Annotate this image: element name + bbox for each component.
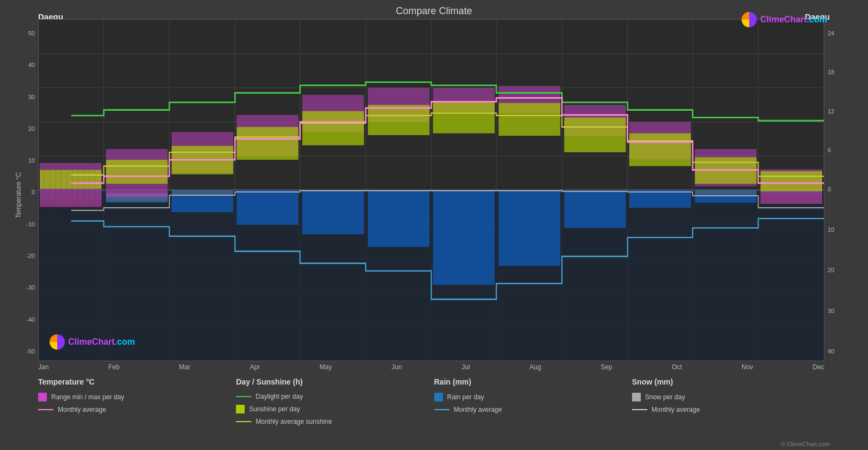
y-axis-right: 24 18 12 6 0 10 20 30 40 Day / Sunshine … [824, 19, 863, 371]
legend-label-temp-range: Range min / max per day [51, 393, 124, 401]
logo-text-top: ClimeChart.com [760, 15, 827, 25]
logo-top: ClimeChart.com [742, 12, 827, 27]
legend-label-sunshine: Sunshine per day [249, 405, 300, 413]
legend-title-temperature: Temperature °C [38, 377, 236, 386]
x-month-aug: Aug [530, 363, 541, 371]
legend-label-rain-monthly: Monthly average [454, 406, 502, 413]
legend-line-snow-monthly [632, 409, 647, 410]
y-tick: 0 [32, 189, 35, 195]
legend-area: Temperature °C Range min / max per day M… [0, 371, 868, 450]
x-month-sep: Sep [600, 363, 612, 371]
legend-item-temp-monthly: Monthly average [38, 406, 236, 413]
legend-item-snow-monthly: Monthly average [632, 406, 830, 413]
legend-item-daylight: Daylight per day [236, 393, 434, 400]
legend-item-rain: Rain per day [434, 393, 632, 401]
x-month-apr: Apr [250, 363, 260, 371]
y-tick: 50 [28, 30, 35, 37]
x-month-jul: Jul [462, 363, 470, 371]
legend-swatch-snow [632, 393, 641, 401]
logo-text-bottom: ClimeChart.com [68, 337, 135, 347]
chart-inner: ClimeChart.com [38, 19, 824, 361]
y-right-tick: 18 [828, 69, 834, 75]
chart-title: Compare Climate [0, 0, 868, 19]
logo-circle-icon-bottom [50, 334, 65, 350]
legend-label-rain: Rain per day [447, 393, 484, 401]
svg-rect-30 [433, 190, 495, 285]
legend-title-snow: Snow (mm) [632, 377, 830, 386]
svg-rect-31 [499, 190, 560, 266]
x-axis-container: ClimeChart.com Jan Feb Mar Apr May Jun J… [38, 19, 824, 371]
legend-swatch-rain [434, 393, 443, 401]
y-tick: 40 [28, 62, 35, 68]
chart-svg [39, 20, 824, 361]
y-right-tick: 12 [828, 108, 834, 115]
svg-rect-39 [695, 190, 756, 195]
legend-label-daylight: Daylight per day [256, 393, 303, 400]
svg-rect-56 [40, 170, 101, 189]
y-tick: 30 [28, 94, 35, 100]
legend-label-sunshine-monthly: Monthly average sunshine [256, 418, 332, 425]
y-axis-right-bottom: 10 20 30 40 [824, 193, 863, 371]
x-month-mar: Mar [179, 363, 191, 371]
svg-rect-28 [302, 190, 364, 235]
legend-line-daylight [236, 396, 251, 397]
legend-swatch-temp-range [38, 393, 47, 401]
legend-title-sunshine: Day / Sunshine (h) [236, 377, 434, 386]
legend-line-rain-monthly [434, 409, 450, 410]
svg-rect-27 [236, 190, 298, 225]
svg-rect-55 [761, 190, 822, 204]
svg-rect-61 [368, 105, 429, 135]
legend-title-rain: Rain (mm) [434, 377, 632, 386]
x-month-nov: Nov [742, 363, 753, 371]
logo-circle-icon-top [742, 12, 757, 27]
x-axis: Jan Feb Mar Apr May Jun Jul Aug Sep Oct … [38, 361, 824, 371]
logo-bottom-left: ClimeChart.com [50, 334, 135, 350]
y-tick: -40 [26, 316, 35, 323]
chart-area: Temperature °C 50 40 30 20 10 0 -10 -20 … [0, 19, 868, 371]
legend-swatch-sunshine [236, 405, 245, 413]
x-month-may: May [320, 363, 332, 371]
y-tick: 20 [28, 125, 35, 132]
y-tick: -20 [26, 253, 35, 259]
legend-item-temp-range: Range min / max per day [38, 393, 236, 401]
y-tick: -50 [26, 348, 35, 355]
svg-rect-64 [564, 117, 626, 152]
y-right-tick: 30 [828, 308, 834, 314]
y-right-tick: 40 [828, 348, 834, 355]
y-tick: -10 [26, 221, 35, 227]
legend-line-sunshine-monthly [236, 421, 251, 422]
y-right-tick: 10 [828, 226, 834, 233]
y-tick: 10 [28, 157, 35, 164]
svg-rect-38 [172, 190, 233, 195]
svg-rect-59 [236, 127, 298, 160]
legend-label-snow: Snow per day [645, 393, 685, 401]
legend-col-rain: Rain (mm) Rain per day Monthly average [434, 377, 632, 445]
x-month-dec: Dec [813, 363, 824, 371]
svg-rect-63 [499, 103, 560, 136]
svg-rect-65 [629, 133, 691, 166]
svg-rect-62 [433, 101, 495, 133]
legend-item-sunshine-monthly: Monthly average sunshine [236, 418, 434, 425]
x-month-feb: Feb [108, 363, 120, 371]
svg-rect-29 [368, 190, 429, 247]
svg-rect-32 [564, 190, 626, 228]
y-axis-right-top: 24 18 12 6 0 [824, 19, 863, 193]
y-axis-left: Temperature °C 50 40 30 20 10 0 -10 -20 … [5, 19, 38, 371]
legend-item-sunshine: Sunshine per day [236, 405, 434, 413]
y-tick: -30 [26, 284, 35, 291]
y-right-tick: 24 [828, 30, 834, 37]
y-right-tick: 0 [828, 186, 831, 193]
legend-col-temperature: Temperature °C Range min / max per day M… [38, 377, 236, 445]
legend-label-snow-monthly: Monthly average [652, 406, 700, 413]
x-month-jun: Jun [391, 363, 402, 371]
y-right-tick: 20 [828, 267, 834, 273]
svg-rect-33 [629, 190, 691, 208]
y-axis-left-label: Temperature °C [15, 172, 22, 218]
copyright: © ClimeChart.com [781, 441, 830, 447]
legend-line-temp-monthly [38, 409, 53, 410]
svg-rect-53 [40, 190, 101, 207]
y-right-tick: 6 [828, 147, 831, 153]
svg-rect-60 [302, 111, 364, 146]
svg-rect-57 [106, 160, 168, 184]
legend-col-snow: Snow (mm) Snow per day Monthly average [632, 377, 830, 445]
